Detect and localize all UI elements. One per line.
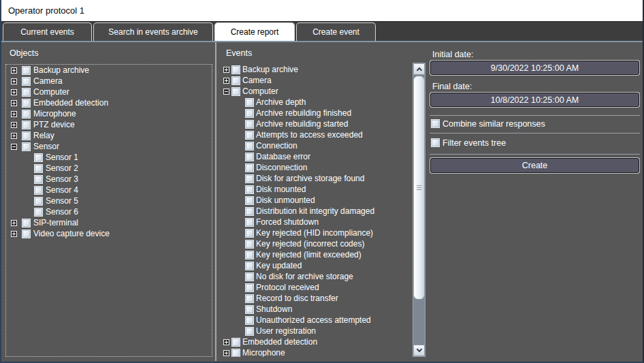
tree-item[interactable]: Key rejected (limit exceeded) — [221, 249, 412, 260]
scroll-down-button[interactable] — [413, 345, 425, 356]
tree-checkbox[interactable] — [245, 229, 254, 238]
tree-checkbox[interactable] — [245, 262, 254, 270]
tree-item[interactable]: Sensor 5 — [6, 195, 212, 206]
tree-item[interactable]: SIP-terminal — [6, 217, 212, 228]
tree-item[interactable]: Database error — [221, 151, 412, 162]
tree-item[interactable]: Sensor 2 — [6, 163, 212, 174]
tab-create-report[interactable]: Create report — [214, 22, 295, 41]
titlebar[interactable]: Operator protocol 1 — [1, 0, 643, 22]
tree-checkbox[interactable] — [22, 121, 31, 129]
tree-item[interactable]: Sensor 4 — [6, 185, 212, 195]
tree-checkbox[interactable] — [245, 185, 254, 194]
tree-checkbox[interactable] — [245, 251, 254, 259]
expand-plus-icon[interactable] — [11, 231, 17, 237]
tree-item[interactable]: Archive rebuilding started — [221, 119, 412, 129]
tree-item[interactable]: Video capture device — [6, 228, 212, 239]
tree-checkbox[interactable] — [34, 208, 43, 217]
tree-checkbox[interactable] — [245, 272, 254, 281]
tree-checkbox[interactable] — [245, 240, 254, 249]
expand-plus-icon[interactable] — [11, 111, 17, 117]
expand-plus-icon[interactable] — [11, 100, 17, 106]
tree-checkbox[interactable] — [231, 65, 240, 74]
expand-plus-icon[interactable] — [11, 89, 17, 95]
tree-checkbox[interactable] — [245, 109, 254, 118]
tree-item[interactable]: Distribution kit integrity damaged — [221, 206, 412, 217]
tree-item[interactable]: Archive rebuilding finished — [221, 108, 412, 119]
tree-item[interactable]: Sensor — [6, 141, 212, 152]
scrollbar-thumb[interactable] — [413, 76, 425, 300]
expand-plus-icon[interactable] — [223, 78, 229, 84]
create-button[interactable]: Create — [430, 158, 639, 173]
tree-item[interactable]: Microphone — [6, 108, 212, 119]
tree-item[interactable]: Microphone — [221, 347, 412, 357]
tree-item[interactable]: Sensor 3 — [6, 174, 212, 185]
tree-item[interactable]: Attempts to access exceeded — [221, 129, 412, 140]
tree-checkbox[interactable] — [245, 218, 254, 227]
tree-item[interactable]: Forced shutdown — [221, 217, 412, 227]
tree-checkbox[interactable] — [245, 142, 254, 151]
tree-item[interactable]: Embedded detection — [221, 336, 412, 347]
tree-checkbox[interactable] — [22, 99, 31, 108]
filter-events-tree-row[interactable]: Filter events tree — [431, 138, 506, 148]
tree-checkbox[interactable] — [231, 338, 240, 347]
tree-item[interactable]: No disk for archive storage — [221, 271, 412, 282]
tree-checkbox[interactable] — [22, 230, 31, 238]
tree-item[interactable]: Disk mounted — [221, 184, 412, 195]
tree-checkbox[interactable] — [245, 196, 254, 205]
tree-checkbox[interactable] — [34, 186, 43, 195]
tree-item[interactable]: User registration — [221, 326, 412, 336]
collapse-minus-icon[interactable] — [223, 89, 229, 95]
collapse-minus-icon[interactable] — [11, 144, 17, 150]
expand-plus-icon[interactable] — [11, 67, 17, 74]
initial-date-picker[interactable]: 9/30/2022 10:25:00 AM — [430, 61, 639, 75]
expand-plus-icon[interactable] — [11, 122, 17, 128]
tree-item[interactable]: Computer — [6, 86, 212, 97]
tree-item[interactable]: Computer — [221, 86, 412, 97]
tree-item[interactable]: Shutdown — [221, 304, 412, 315]
events-scrollbar[interactable] — [413, 63, 425, 357]
tree-item[interactable]: Key rejected (HID incompliance) — [221, 227, 412, 238]
panel-splitter[interactable] — [215, 42, 216, 361]
tree-checkbox[interactable] — [34, 175, 43, 184]
scroll-up-button[interactable] — [413, 63, 425, 75]
tree-item[interactable]: Disk for archive storage found — [221, 173, 412, 184]
combine-similar-responses-row[interactable]: Combine similar responses — [431, 119, 545, 129]
tree-item[interactable]: Connection — [221, 140, 412, 151]
tree-item[interactable]: Sensor 6 — [6, 206, 212, 217]
tree-item[interactable]: Camera — [221, 75, 412, 86]
tree-item[interactable]: Record to disc transfer — [221, 293, 412, 304]
tree-checkbox[interactable] — [231, 76, 240, 85]
tab-current-events[interactable]: Current events — [3, 22, 92, 41]
tree-checkbox[interactable] — [22, 219, 31, 227]
expand-plus-icon[interactable] — [11, 133, 17, 139]
tree-checkbox[interactable] — [245, 305, 254, 314]
filter-events-tree-checkbox[interactable] — [431, 138, 440, 147]
tree-checkbox[interactable] — [245, 316, 254, 325]
tree-checkbox[interactable] — [245, 120, 254, 129]
tree-checkbox[interactable] — [231, 349, 240, 358]
tree-checkbox[interactable] — [245, 98, 254, 107]
tree-item[interactable]: Key rejected (incorrect codes) — [221, 238, 412, 249]
tree-checkbox[interactable] — [245, 131, 254, 140]
tab-create-event[interactable]: Create event — [296, 22, 376, 41]
tree-checkbox[interactable] — [245, 327, 254, 336]
final-date-picker[interactable]: 10/8/2022 10:25:00 AM — [430, 93, 639, 107]
tree-checkbox[interactable] — [34, 153, 43, 162]
tree-item[interactable]: Backup archive — [6, 65, 212, 76]
tree-checkbox[interactable] — [22, 88, 31, 97]
tree-item[interactable]: PTZ device — [6, 119, 212, 130]
tree-item[interactable]: Disk unmounted — [221, 195, 412, 206]
expand-plus-icon[interactable] — [223, 67, 229, 73]
tree-checkbox[interactable] — [22, 66, 31, 75]
tree-item[interactable]: Unauthorized access attempted — [221, 315, 412, 326]
tree-checkbox[interactable] — [245, 163, 254, 172]
combine-similar-responses-checkbox[interactable] — [431, 119, 440, 128]
tree-checkbox[interactable] — [245, 153, 254, 161]
tree-item[interactable]: Camera — [6, 76, 212, 86]
tree-checkbox[interactable] — [231, 87, 240, 96]
tree-item[interactable]: Relay — [6, 130, 212, 141]
tree-checkbox[interactable] — [245, 207, 254, 216]
tree-checkbox[interactable] — [22, 77, 31, 86]
tree-checkbox[interactable] — [34, 164, 43, 173]
tree-checkbox[interactable] — [22, 110, 31, 119]
